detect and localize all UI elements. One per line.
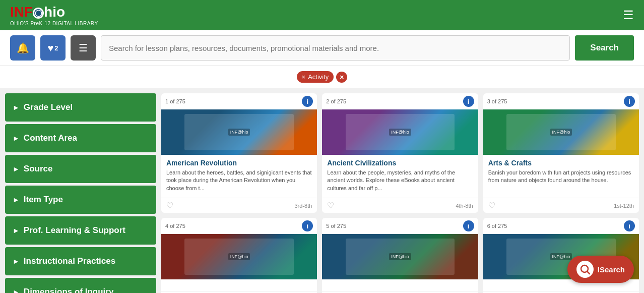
- card-3: 3 of 275 i INF@hio Arts & Crafts Banish …: [483, 93, 639, 213]
- favorites-count: 2: [54, 44, 58, 52]
- grade-range: 4th-8th: [456, 203, 473, 209]
- isearch-icon: [579, 263, 591, 275]
- card-number: 4 of 275: [165, 223, 185, 229]
- card-footer: ♡ 3rd-8th: [161, 198, 317, 213]
- isearch-button[interactable]: ISearch: [567, 256, 634, 283]
- sidebar-item-label: Item Type: [24, 195, 63, 205]
- list-menu-button[interactable]: ☰: [71, 35, 96, 61]
- search-input[interactable]: [101, 35, 570, 61]
- info-icon[interactable]: i: [463, 96, 474, 107]
- card-header: 6 of 275 i: [483, 218, 639, 234]
- sidebar-item-label: Content Area: [24, 133, 77, 143]
- chevron-right-icon: ►: [13, 165, 20, 173]
- card-number: 5 of 275: [326, 223, 346, 229]
- card-2: 2 of 275 i INF@hio Ancient Civilizations…: [322, 93, 478, 213]
- info-icon[interactable]: i: [302, 96, 313, 107]
- sidebar: ► Grade Level ► Content Area ► Source ► …: [5, 93, 156, 293]
- search-area: 🔔 ♥ 2 ☰ Search: [0, 30, 644, 66]
- clear-chip[interactable]: ×: [336, 72, 347, 83]
- sidebar-item-label: Grade Level: [24, 102, 73, 112]
- sidebar-item-prof-learning[interactable]: ► Prof. Learning & Support: [5, 216, 156, 245]
- card-body: American Revolution Learn about the hero…: [161, 155, 317, 198]
- card-image: INF@hio: [161, 234, 317, 279]
- card-image: INF@hio: [483, 109, 639, 155]
- chevron-right-icon: ►: [13, 134, 20, 142]
- card-number: 3 of 275: [487, 98, 507, 104]
- card-image: INF@hio: [322, 109, 478, 155]
- card-image: INF@hio: [322, 234, 478, 279]
- card-image-inner: INF@hio: [346, 114, 455, 150]
- card-body: [322, 279, 478, 291]
- sidebar-item-item-type[interactable]: ► Item Type: [5, 186, 156, 214]
- card-image-inner: INF@hio: [346, 239, 455, 275]
- isearch-circle: [576, 261, 594, 278]
- infohio-label: INF@hio: [389, 253, 411, 260]
- infohio-label: INF@hio: [228, 253, 250, 260]
- card-title: American Revolution: [166, 159, 312, 167]
- card-image-inner: INF@hio: [506, 114, 616, 150]
- logo-text: INF◯hio: [10, 4, 65, 20]
- card-description: Banish your boredom with fun art project…: [488, 169, 634, 185]
- favorite-icon[interactable]: ♡: [488, 201, 495, 210]
- info-icon[interactable]: i: [463, 220, 474, 231]
- card-4: 4 of 275 i INF@hio ♡: [161, 218, 317, 293]
- card-description: Learn about the people, mysteries, and m…: [327, 169, 473, 192]
- sidebar-item-grade-level[interactable]: ► Grade Level: [5, 93, 156, 122]
- sidebar-item-dimensions-of-inquiry[interactable]: ► Dimensions of Inquiry: [5, 278, 156, 293]
- card-body: [161, 279, 317, 291]
- info-icon[interactable]: i: [302, 220, 313, 231]
- card-description: Learn about the heroes, battles, and sig…: [166, 169, 312, 192]
- sidebar-item-label: Prof. Learning & Support: [24, 225, 125, 236]
- logo-o: ◯: [33, 8, 44, 19]
- card-footer: ♡ 1st-12th: [483, 198, 639, 213]
- bell-button[interactable]: 🔔: [10, 35, 35, 61]
- sidebar-item-label: Dimensions of Inquiry: [24, 287, 114, 293]
- card-footer: ♡: [483, 291, 639, 293]
- infohio-label: INF@hio: [550, 253, 572, 260]
- chevron-right-icon: ►: [13, 226, 20, 235]
- card-image-inner: INF@hio: [184, 239, 294, 275]
- isearch-label: ISearch: [598, 265, 625, 274]
- activity-chip[interactable]: × Activity: [297, 71, 334, 83]
- filter-chips: × Activity ×: [0, 66, 644, 88]
- sidebar-item-content-area[interactable]: ► Content Area: [5, 124, 156, 152]
- card-header: 1 of 275 i: [161, 93, 317, 109]
- card-number: 2 of 275: [326, 98, 346, 104]
- chip-x-icon: ×: [302, 73, 306, 81]
- card-number: 1 of 275: [165, 98, 185, 104]
- infohio-label: INF@hio: [228, 129, 250, 136]
- card-footer: ♡ 4th-8th: [322, 198, 478, 213]
- svg-line-1: [587, 272, 590, 274]
- card-1: 1 of 275 i INF@hio American Revolution L…: [161, 93, 317, 213]
- list-icon: ☰: [79, 42, 88, 54]
- card-title: Ancient Civilizations: [327, 159, 473, 167]
- info-icon[interactable]: i: [624, 96, 635, 107]
- card-header: 5 of 275 i: [322, 218, 478, 234]
- chevron-right-icon: ►: [13, 257, 20, 265]
- chevron-right-icon: ►: [13, 196, 20, 204]
- card-footer: ♡: [161, 291, 317, 293]
- sidebar-item-source[interactable]: ► Source: [5, 155, 156, 183]
- favorite-icon[interactable]: ♡: [166, 201, 173, 210]
- card-header: 4 of 275 i: [161, 218, 317, 234]
- favorite-icon[interactable]: ♡: [327, 201, 334, 210]
- bell-icon: 🔔: [17, 42, 29, 54]
- logo: INF◯hio OHIO'S PreK-12 DIGITAL LIBRARY: [10, 4, 98, 26]
- card-title: Arts & Crafts: [488, 159, 634, 167]
- search-button[interactable]: Search: [575, 35, 634, 61]
- card-number: 6 of 275: [487, 223, 507, 229]
- favorites-button[interactable]: ♥ 2: [40, 35, 66, 61]
- sidebar-item-label: Instructional Practices: [24, 256, 115, 266]
- card-image: INF@hio: [161, 109, 317, 155]
- grade-range: 3rd-8th: [294, 203, 312, 209]
- sidebar-item-label: Source: [24, 164, 53, 174]
- grade-range: 1st-12th: [614, 203, 634, 209]
- header: INF◯hio OHIO'S PreK-12 DIGITAL LIBRARY ☰: [0, 0, 644, 30]
- infohio-label: INF@hio: [550, 129, 572, 136]
- hamburger-icon[interactable]: ☰: [623, 8, 634, 22]
- info-icon[interactable]: i: [624, 220, 635, 231]
- sidebar-item-instructional-practices[interactable]: ► Instructional Practices: [5, 247, 156, 275]
- chip-label: Activity: [308, 73, 329, 81]
- card-header: 2 of 275 i: [322, 93, 478, 109]
- heart-icon: ♥: [47, 42, 53, 54]
